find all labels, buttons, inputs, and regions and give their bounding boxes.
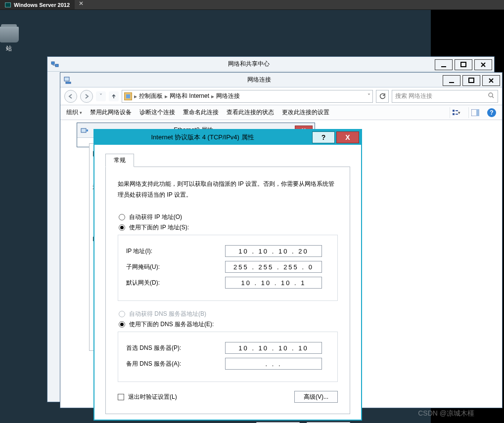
svg-rect-10: [453, 113, 455, 115]
radio-manual-ip-label: 使用下面的 IP 地址(S):: [129, 223, 189, 232]
recycle-bin-label: 站: [0, 44, 19, 53]
list-view-icon: [452, 109, 458, 116]
dialog-close-button[interactable]: X: [336, 131, 359, 143]
adapter-icon: [81, 127, 89, 134]
ipv4-properties-dialog[interactable]: Internet 协议版本 4 (TCP/IPv4) 属性 ? X 常规 如果网…: [93, 129, 362, 421]
breadcrumb-sep: ▸: [211, 93, 214, 100]
minimize-button[interactable]: [435, 59, 453, 70]
close-button[interactable]: [482, 75, 500, 86]
arrow-right-icon: [84, 93, 90, 99]
refresh-button[interactable]: [376, 90, 389, 103]
network-connections-icon: [64, 76, 72, 84]
minimize-button[interactable]: [443, 75, 460, 86]
watermark: CSDN @凉城木槿: [418, 409, 474, 418]
dialog-help-button[interactable]: ?: [312, 131, 335, 143]
dns-field-group: 首选 DNS 服务器(P): 10 . 10 . 10 . 10 备用 DNS …: [118, 332, 338, 382]
help-button[interactable]: ?: [487, 108, 496, 117]
tab-strip: 常规: [105, 154, 350, 167]
svg-rect-15: [81, 128, 86, 132]
radio-manual-ip[interactable]: 使用下面的 IP 地址(S):: [119, 223, 337, 232]
nav-forward-button[interactable]: [80, 90, 93, 103]
titlebar[interactable]: 网络和共享中心: [47, 57, 494, 72]
dialog-title: Internet 协议版本 4 (TCP/IPv4) 属性: [94, 133, 311, 142]
view-options-button[interactable]: ▾: [450, 107, 460, 118]
address-bar-row: ˅ ▸ 控制面板 ▸ 网络和 Internet ▸ 网络连接 ˅ 搜索 网络连接: [60, 87, 502, 105]
svg-rect-2: [441, 66, 446, 67]
dialog-titlebar[interactable]: Internet 协议版本 4 (TCP/IPv4) 属性 ? X: [94, 130, 361, 145]
label-default-gateway: 默认网关(D):: [126, 279, 225, 287]
breadcrumb-sep: ▸: [134, 93, 137, 100]
toolbar-organize[interactable]: 组织 ▾: [66, 108, 82, 117]
toolbar-status[interactable]: 查看此连接的状态: [227, 108, 274, 117]
breadcrumb[interactable]: ▸ 控制面板 ▸ 网络和 Internet ▸ 网络连接 ˅: [122, 90, 373, 103]
input-alternate-dns[interactable]: . . .: [225, 358, 322, 370]
control-panel-icon: [124, 92, 132, 100]
radio-icon: [119, 224, 125, 231]
search-icon: [488, 92, 495, 100]
svg-rect-0: [51, 62, 54, 64]
toolbar-diagnose[interactable]: 诊断这个连接: [139, 108, 175, 117]
radio-icon: [119, 321, 125, 328]
nav-back-button[interactable]: [64, 90, 77, 103]
recycle-bin-icon: [0, 27, 19, 42]
label-preferred-dns: 首选 DNS 服务器(P):: [126, 344, 225, 352]
breadcrumb-sep: ▸: [165, 93, 168, 100]
search-input[interactable]: 搜索 网络连接: [392, 90, 498, 103]
preview-pane-icon: [471, 109, 479, 116]
toolbar-rename[interactable]: 重命名此连接: [183, 108, 219, 117]
vm-tab[interactable]: Windows Server 2012: [0, 0, 75, 9]
breadcrumb-seg1[interactable]: 控制面板: [139, 92, 163, 100]
svg-point-8: [489, 93, 493, 97]
input-preferred-dns[interactable]: 10 . 10 . 10 . 10: [225, 342, 322, 354]
explanation-text: 如果网络支持此功能，则可以获取自动指派的 IP 设置。否则，你需要从网络系统管理…: [118, 179, 338, 200]
radio-auto-ip[interactable]: 自动获得 IP 地址(O): [119, 213, 337, 221]
toolbar-change[interactable]: 更改此连接的设置: [282, 108, 329, 117]
toolbar-disable[interactable]: 禁用此网络设备: [90, 108, 132, 117]
preview-pane-button[interactable]: [468, 107, 479, 118]
svg-rect-14: [476, 109, 479, 116]
checkbox-validate-label: 退出时验证设置(L): [128, 393, 177, 401]
nav-up-button[interactable]: [109, 91, 119, 101]
arrow-up-icon: [111, 93, 117, 99]
arrow-left-icon: [68, 93, 74, 99]
input-ip-address[interactable]: 10 . 10 . 10 . 20: [225, 245, 322, 257]
maximize-button[interactable]: [462, 75, 480, 86]
svg-rect-6: [449, 82, 454, 83]
breadcrumb-dropdown[interactable]: ˅: [367, 93, 370, 100]
close-button[interactable]: [474, 59, 492, 70]
vm-tab-label: Windows Server 2012: [14, 2, 70, 8]
tab-general-content: 如果网络支持此功能，则可以获取自动指派的 IP 设置。否则，你需要从网络系统管理…: [105, 167, 350, 414]
breadcrumb-seg2[interactable]: 网络和 Internet: [170, 92, 209, 100]
window-title: 网络连接: [75, 76, 443, 84]
label-subnet-mask: 子网掩码(U):: [126, 263, 225, 271]
chevron-down-icon: ▾: [458, 110, 460, 115]
radio-icon: [119, 214, 125, 220]
ip-field-group: IP 地址(I): 10 . 10 . 10 . 20 子网掩码(U): 255…: [118, 235, 338, 301]
advanced-button[interactable]: 高级(V)...: [294, 391, 338, 403]
checkbox-validate-on-exit[interactable]: 退出时验证设置(L): [118, 393, 177, 401]
toolbar: 组织 ▾ 禁用此网络设备 诊断这个连接 重命名此连接 查看此连接的状态 更改此连…: [60, 105, 502, 120]
input-subnet-mask[interactable]: 255 . 255 . 255 . 0: [225, 261, 322, 273]
radio-auto-dns-label: 自动获得 DNS 服务器地址(B): [129, 310, 206, 318]
breadcrumb-seg3[interactable]: 网络连接: [216, 92, 240, 100]
input-default-gateway[interactable]: 10 . 10 . 10 . 1: [225, 277, 322, 289]
tab-general[interactable]: 常规: [105, 154, 134, 167]
vm-tab-close-button[interactable]: ✕: [75, 0, 88, 9]
refresh-icon: [379, 93, 386, 100]
label-alternate-dns: 备用 DNS 服务器(A):: [126, 360, 225, 368]
monitor-icon: [5, 2, 11, 7]
titlebar[interactable]: 网络连接: [60, 73, 502, 87]
search-placeholder: 搜索 网络连接: [395, 92, 432, 100]
vm-tab-bar: Windows Server 2012 ✕: [0, 0, 504, 10]
radio-manual-dns[interactable]: 使用下面的 DNS 服务器地址(E):: [119, 320, 337, 329]
network-center-icon: [51, 60, 59, 68]
recycle-bin[interactable]: 站: [0, 27, 19, 53]
window-title: 网络和共享中心: [62, 60, 435, 68]
radio-manual-dns-label: 使用下面的 DNS 服务器地址(E):: [129, 320, 214, 329]
toolbar-organize-label: 组织: [66, 108, 78, 117]
svg-rect-5: [66, 82, 71, 84]
nav-recent-button[interactable]: ˅: [96, 91, 106, 101]
svg-rect-16: [87, 129, 88, 131]
maximize-button[interactable]: [455, 59, 472, 70]
label-ip: IP 地址(I):: [126, 247, 225, 255]
